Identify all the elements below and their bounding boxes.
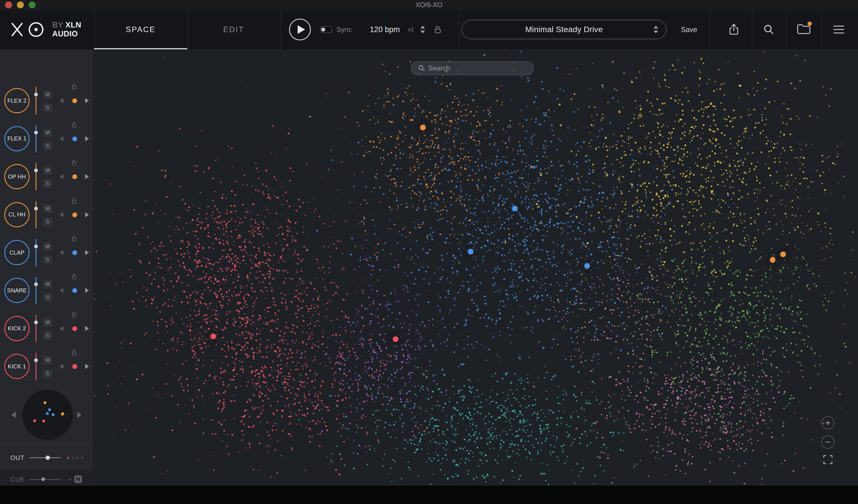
preset-selector[interactable]: Minimal Steady Drive [461,20,667,39]
next-sample-button[interactable] [85,136,89,141]
out-volume-slider[interactable] [30,457,61,458]
channel-volume-fader[interactable] [35,87,36,114]
channel-pad[interactable]: OP HH [4,164,30,189]
prev-sample-button[interactable] [60,98,63,103]
mute-button[interactable]: M [43,318,52,327]
kit-next-button[interactable] [77,412,81,418]
minimize-button[interactable] [17,1,24,8]
channel-pad[interactable]: KICK 1 [4,354,30,379]
lock-icon[interactable] [72,311,77,318]
lock-icon[interactable] [72,197,77,204]
space-search-input[interactable]: Search [411,61,534,75]
menu-button[interactable] [833,26,844,34]
fader-knob[interactable] [34,93,38,96]
sample-dot[interactable] [72,212,77,217]
lock-icon[interactable] [72,349,77,356]
solo-button[interactable]: S [43,179,52,188]
next-sample-button[interactable] [85,212,89,217]
solo-button[interactable]: S [43,256,52,264]
tempo-lock-icon[interactable] [434,25,442,34]
play-button[interactable] [289,19,311,40]
kit-prev-button[interactable] [12,412,16,418]
solo-button[interactable]: S [43,142,52,150]
channel-volume-fader[interactable] [35,315,36,342]
next-sample-button[interactable] [85,250,89,255]
preset-stepper[interactable] [653,26,658,34]
solo-button[interactable]: S [43,103,52,112]
space-canvas[interactable] [93,49,858,486]
sync-toggle[interactable] [320,26,332,33]
fader-knob[interactable] [34,131,38,134]
channel-volume-fader[interactable] [35,125,36,152]
prev-sample-button[interactable] [60,212,63,217]
channel-volume-fader[interactable] [35,239,36,266]
mute-button[interactable]: M [43,128,52,137]
preset-down-icon[interactable] [653,31,658,34]
mute-button[interactable]: M [43,166,52,175]
channel-pad[interactable]: KICK 2 [4,316,30,341]
sample-dot[interactable] [72,326,77,331]
preset-up-icon[interactable] [653,26,658,29]
channel-pad[interactable]: SNARE [4,278,30,303]
channel-pad[interactable]: FLEX 1 [4,126,30,151]
export-icon[interactable] [727,23,741,36]
fader-knob[interactable] [34,282,38,286]
solo-button[interactable]: S [43,217,52,226]
prev-sample-button[interactable] [60,136,63,141]
fader-knob[interactable] [34,321,38,324]
solo-button[interactable]: S [43,369,52,378]
out-volume-knob[interactable] [46,456,50,460]
mute-button[interactable]: M [43,356,52,365]
fader-knob[interactable] [34,168,38,172]
close-button[interactable] [5,1,12,8]
prev-sample-button[interactable] [60,326,63,331]
sample-dot[interactable] [72,250,77,255]
channel-volume-fader[interactable] [35,163,36,190]
channel-pad[interactable]: CLAP [4,240,30,265]
tab-edit[interactable]: EDIT [187,10,280,49]
sample-dot[interactable] [72,174,77,179]
maximize-button[interactable] [29,1,35,8]
search-icon[interactable] [763,23,775,35]
bpm-multiplier[interactable]: x1 [408,27,414,33]
mute-button[interactable]: M [43,242,52,251]
channel-volume-fader[interactable] [35,277,36,304]
prev-sample-button[interactable] [60,250,63,255]
next-sample-button[interactable] [85,174,89,179]
cue-volume-knob[interactable] [41,477,45,481]
channel-pad[interactable]: CL HH [4,202,30,227]
mute-button[interactable]: M [43,205,52,213]
zoom-in-button[interactable]: + [821,416,835,429]
prev-sample-button[interactable] [60,288,63,293]
sample-dot[interactable] [72,136,77,141]
lock-icon[interactable] [72,83,77,90]
cue-volume-slider[interactable] [30,479,61,480]
solo-button[interactable]: S [43,331,52,340]
next-sample-button[interactable] [85,326,89,331]
lock-icon[interactable] [72,121,77,128]
fader-knob[interactable] [34,358,38,362]
bpm-down-icon[interactable] [420,31,425,34]
next-sample-button[interactable] [85,98,89,103]
fullscreen-button[interactable] [823,454,833,465]
space-minimap[interactable] [22,390,73,440]
cue-mono-button[interactable]: M [74,475,82,483]
save-button[interactable]: Save [681,26,697,34]
lock-icon[interactable] [72,235,77,242]
sample-dot[interactable] [72,98,77,103]
solo-button[interactable]: S [43,293,52,302]
next-sample-button[interactable] [85,288,89,293]
sample-dot[interactable] [72,288,77,293]
bpm-stepper[interactable] [420,26,425,34]
next-sample-button[interactable] [85,364,89,369]
channel-pad[interactable]: FLEX 2 [4,88,30,113]
prev-sample-button[interactable] [60,364,63,369]
lock-icon[interactable] [72,273,77,279]
mute-button[interactable]: M [43,280,52,289]
bpm-display[interactable]: 120 bpm [370,25,400,34]
channel-volume-fader[interactable] [35,201,36,228]
sample-dot[interactable] [72,364,77,369]
fader-knob[interactable] [34,207,38,210]
zoom-out-button[interactable]: − [821,436,835,449]
browser-button[interactable] [797,23,811,36]
